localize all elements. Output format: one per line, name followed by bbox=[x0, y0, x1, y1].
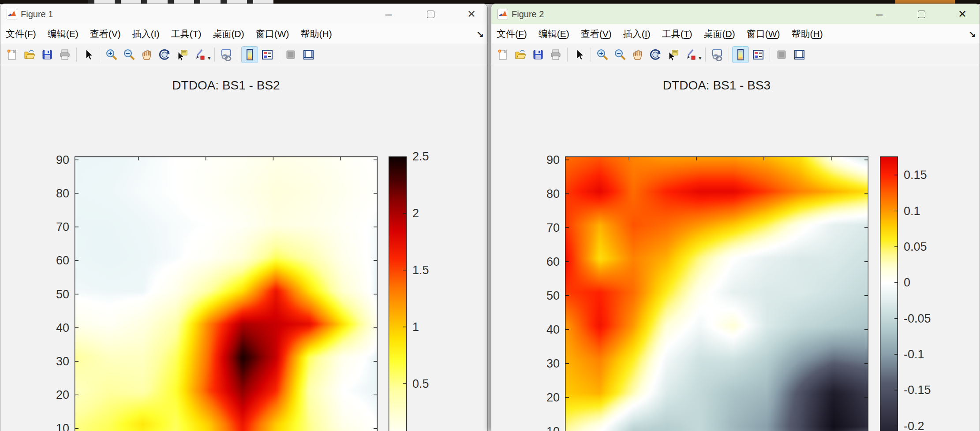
y-tick-label: 40 bbox=[529, 323, 560, 337]
colorbar-tick-label: 0.05 bbox=[904, 240, 952, 254]
toolbar-separator bbox=[279, 48, 279, 62]
y-tick-label: 10 bbox=[529, 425, 560, 431]
figure1-toolbar: ▾ bbox=[0, 45, 487, 65]
y-tick-label: 20 bbox=[529, 391, 560, 405]
menu-item-I[interactable]: 插入(I) bbox=[132, 28, 160, 40]
menu-item-D[interactable]: 桌面(D) bbox=[213, 28, 244, 40]
menu-item-I[interactable]: 插入(I) bbox=[623, 28, 651, 40]
print-button[interactable] bbox=[547, 46, 564, 63]
y-tick-label: 70 bbox=[38, 220, 69, 234]
figure2-titlebar[interactable]: Figure 2 – ✕ bbox=[491, 4, 980, 24]
menu-item-E[interactable]: 编辑(E) bbox=[48, 28, 79, 40]
plot-title: DTDOA: BS1 - BS2 bbox=[116, 78, 337, 93]
colorbar-tick-label: 0.5 bbox=[412, 377, 461, 391]
menu-item-F[interactable]: 文件(F) bbox=[497, 28, 527, 40]
save-figure-button[interactable] bbox=[530, 46, 546, 63]
colorbar-tick-label: 0.15 bbox=[904, 168, 952, 182]
data-cursor-button[interactable] bbox=[665, 46, 681, 63]
figure2-window: Figure 2 – ✕ ↘ 文件(F)编辑(E)查看(V)插入(I)工具(T)… bbox=[491, 4, 980, 431]
zoom-out-button[interactable] bbox=[612, 46, 628, 63]
insert-legend-button[interactable] bbox=[259, 46, 276, 63]
zoom-in-button[interactable] bbox=[594, 46, 611, 63]
colorbar-tick-label: 0 bbox=[904, 276, 952, 290]
minimize-button[interactable]: – bbox=[378, 7, 399, 21]
menu-item-W[interactable]: 窗口(W) bbox=[747, 28, 780, 40]
rotate-3d-button[interactable] bbox=[156, 46, 173, 63]
y-tick-label: 70 bbox=[529, 221, 560, 235]
heatmap-plot[interactable] bbox=[565, 156, 868, 431]
insert-colorbar-button[interactable] bbox=[241, 46, 258, 63]
background-accent-fragment bbox=[895, 0, 955, 4]
brush-dropdown-caret[interactable]: ▾ bbox=[208, 55, 211, 61]
menu-item-W[interactable]: 窗口(W) bbox=[256, 28, 289, 40]
colorbar-tick-label: 2 bbox=[412, 207, 461, 220]
toolbar-separator bbox=[76, 48, 77, 62]
menu-overflow-icon[interactable]: ↘ bbox=[476, 29, 484, 39]
y-tick-label: 90 bbox=[38, 153, 69, 167]
matlab-logo-icon bbox=[497, 9, 508, 19]
maximize-button[interactable] bbox=[420, 7, 441, 21]
open-file-button[interactable] bbox=[21, 46, 38, 63]
hide-plot-tools-button[interactable] bbox=[773, 46, 790, 63]
y-tick-label: 30 bbox=[529, 357, 560, 371]
pan-hand-button[interactable] bbox=[138, 46, 155, 63]
close-button[interactable]: ✕ bbox=[952, 7, 973, 21]
colorbar-tick-label: 1.5 bbox=[412, 264, 461, 277]
menu-item-V[interactable]: 查看(V) bbox=[90, 28, 121, 40]
plot-title: DTDOA: BS1 - BS3 bbox=[606, 78, 827, 93]
colorbar-tick-label: -0.2 bbox=[904, 420, 952, 431]
zoom-in-button[interactable] bbox=[103, 46, 120, 63]
brush-button[interactable] bbox=[682, 46, 699, 63]
open-file-button[interactable] bbox=[512, 46, 529, 63]
colorbar-tick-label: 2.5 bbox=[412, 150, 461, 163]
show-plot-tools-button[interactable] bbox=[791, 46, 808, 63]
window-title: Figure 2 bbox=[512, 9, 544, 19]
colorbar bbox=[880, 156, 898, 431]
edit-plot-cursor-button[interactable] bbox=[571, 46, 587, 63]
menu-item-T[interactable]: 工具(T) bbox=[171, 28, 202, 40]
pan-hand-button[interactable] bbox=[629, 46, 646, 63]
toolbar-separator bbox=[214, 48, 215, 62]
new-figure-button[interactable] bbox=[494, 46, 511, 63]
insert-colorbar-button[interactable] bbox=[732, 46, 749, 63]
colorbar-tick-label: 1 bbox=[412, 320, 461, 334]
y-tick-label: 40 bbox=[38, 321, 69, 335]
menu-item-V[interactable]: 查看(V) bbox=[581, 28, 612, 40]
y-tick-label: 90 bbox=[529, 153, 560, 167]
rotate-3d-button[interactable] bbox=[647, 46, 664, 63]
background-window-fragment bbox=[88, 0, 273, 4]
maximize-button[interactable] bbox=[911, 7, 931, 21]
figure2-toolbar: ▾ bbox=[491, 45, 980, 65]
menu-item-E[interactable]: 编辑(E) bbox=[539, 28, 569, 40]
edit-plot-cursor-button[interactable] bbox=[80, 46, 97, 63]
y-tick-label: 10 bbox=[38, 422, 69, 431]
close-button[interactable]: ✕ bbox=[461, 7, 482, 21]
menu-item-H[interactable]: 帮助(H) bbox=[301, 28, 332, 40]
menu-overflow-icon[interactable]: ↘ bbox=[969, 29, 976, 39]
data-cursor-button[interactable] bbox=[174, 46, 191, 63]
y-tick-label: 20 bbox=[38, 388, 69, 402]
brush-button[interactable] bbox=[191, 46, 208, 63]
insert-legend-button[interactable] bbox=[750, 46, 767, 63]
show-plot-tools-button[interactable] bbox=[300, 46, 317, 63]
brush-dropdown-caret[interactable]: ▾ bbox=[699, 55, 702, 61]
print-button[interactable] bbox=[56, 46, 73, 63]
link-plot-button[interactable] bbox=[218, 46, 235, 63]
link-plot-button[interactable] bbox=[709, 46, 726, 63]
window-title: Figure 1 bbox=[21, 9, 53, 19]
menu-item-D[interactable]: 桌面(D) bbox=[704, 28, 735, 40]
figure1-window: Figure 1 – ✕ ↘ 文件(F)编辑(E)查看(V)插入(I)工具(T)… bbox=[0, 4, 488, 431]
new-figure-button[interactable] bbox=[4, 46, 20, 63]
minimize-button[interactable]: – bbox=[869, 7, 890, 21]
menu-item-H[interactable]: 帮助(H) bbox=[792, 28, 823, 40]
colorbar-tick-label: -0.05 bbox=[904, 312, 952, 326]
heatmap-plot[interactable] bbox=[75, 156, 378, 431]
colorbar-tick-label: -0.1 bbox=[904, 348, 952, 361]
figure1-titlebar[interactable]: Figure 1 – ✕ bbox=[0, 4, 487, 24]
zoom-out-button[interactable] bbox=[121, 46, 138, 63]
toolbar-separator bbox=[729, 48, 729, 62]
hide-plot-tools-button[interactable] bbox=[282, 46, 299, 63]
menu-item-T[interactable]: 工具(T) bbox=[662, 28, 692, 40]
menu-item-F[interactable]: 文件(F) bbox=[6, 28, 36, 40]
save-figure-button[interactable] bbox=[39, 46, 56, 63]
